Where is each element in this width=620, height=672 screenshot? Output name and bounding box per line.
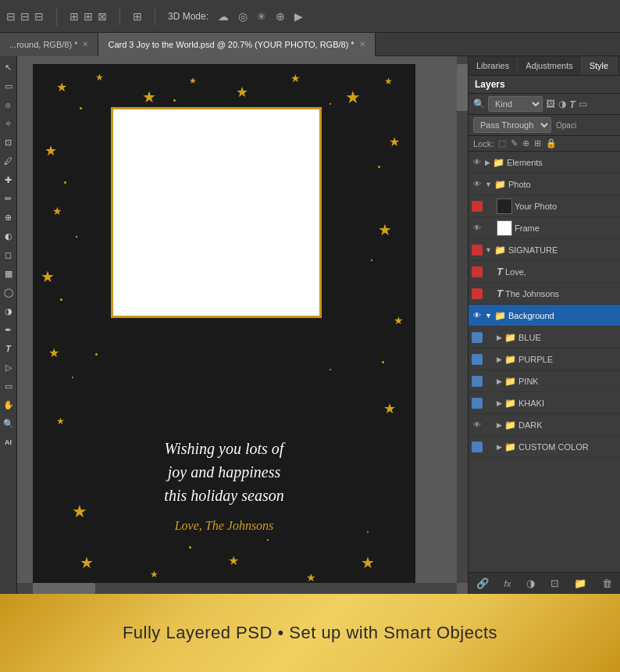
collapse-khaki[interactable]: ▶ xyxy=(497,399,502,407)
tool-brush[interactable]: ✏ xyxy=(1,191,16,206)
tool-shape[interactable]: ▭ xyxy=(1,378,16,394)
tool-zoom[interactable]: 🔍 xyxy=(1,416,16,431)
tool-pen[interactable]: ✒ xyxy=(1,322,16,338)
layer-item-purple[interactable]: ▶ 📁 PURPLE xyxy=(469,349,620,370)
layer-eye-signature[interactable] xyxy=(472,245,483,256)
3d-icon-2[interactable]: ◎ xyxy=(238,10,248,23)
tool-eraser[interactable]: ◻ xyxy=(1,247,16,263)
collapse-signature[interactable]: ▼ xyxy=(485,246,492,254)
layer-item-frame[interactable]: 👁 Frame xyxy=(469,217,620,239)
tool-history[interactable]: ◐ xyxy=(1,228,16,244)
align-icon-1[interactable]: ⊟ xyxy=(6,10,16,23)
layer-eye-love[interactable] xyxy=(472,266,483,277)
layer-item-love[interactable]: T Love, xyxy=(469,261,620,283)
layer-item-khaki[interactable]: ▶ 📁 KHAKI xyxy=(469,392,620,414)
collapse-purple[interactable]: ▶ xyxy=(497,356,502,363)
layer-eye-dark[interactable]: 👁 xyxy=(472,420,483,431)
layer-item-photo[interactable]: 👁 ▼ 📁 Photo xyxy=(469,173,620,195)
scroll-thumb-horizontal[interactable] xyxy=(33,583,95,594)
collapse-customcolor[interactable]: ▶ xyxy=(497,443,502,451)
tab-adjustments[interactable]: Adjustments xyxy=(518,56,582,75)
layer-eye-elements[interactable]: 👁 xyxy=(472,157,483,168)
collapse-blue[interactable]: ▶ xyxy=(497,334,502,341)
tool-hand[interactable]: ✋ xyxy=(1,397,16,413)
tool-clone[interactable]: ⊕ xyxy=(1,209,16,225)
tool-crop[interactable]: ⊡ xyxy=(1,134,16,150)
align-icon-2[interactable]: ⊟ xyxy=(20,10,30,23)
lock-position-icon[interactable]: ✎ xyxy=(511,138,518,148)
tool-blur[interactable]: ◯ xyxy=(1,284,16,300)
layer-eye-johnsons[interactable] xyxy=(472,288,483,299)
layer-eye-khaki[interactable] xyxy=(472,398,483,409)
layer-item-blue[interactable]: ▶ 📁 BLUE xyxy=(469,327,620,349)
collapse-background[interactable]: ▼ xyxy=(485,312,492,320)
tool-healing[interactable]: ✚ xyxy=(1,172,16,188)
lock-artboard-icon[interactable]: ⊞ xyxy=(534,138,541,148)
align-icon-3[interactable]: ⊟ xyxy=(34,10,44,23)
collapse-pink[interactable]: ▶ xyxy=(497,377,502,385)
layer-eye-yourphoto[interactable] xyxy=(472,201,483,212)
kind-dropdown[interactable]: Kind xyxy=(488,96,543,112)
layer-item-dark[interactable]: 👁 ▶ 📁 DARK xyxy=(469,414,620,436)
warp-icon[interactable]: ⊠ xyxy=(98,10,107,23)
layer-eye-background[interactable]: 👁 xyxy=(472,310,483,321)
link-icon[interactable]: 🔗 xyxy=(476,577,489,589)
collapse-dark[interactable]: ▶ xyxy=(497,421,502,429)
move-icon[interactable]: ⊞ xyxy=(69,10,79,23)
layer-eye-customcolor[interactable] xyxy=(472,441,483,452)
tab-background-close[interactable]: ✕ xyxy=(82,40,88,48)
blend-mode-dropdown[interactable]: Pass Through Normal Multiply xyxy=(473,117,551,133)
tool-ai[interactable]: AI xyxy=(1,434,16,450)
tool-eyedropper[interactable]: 🖊 xyxy=(1,153,16,169)
layer-eye-blue[interactable] xyxy=(472,332,483,343)
canvas-scrollbar-vertical[interactable] xyxy=(457,56,468,583)
tool-dodge[interactable]: ◑ xyxy=(1,303,16,319)
lock-padlock-icon[interactable]: 🔒 xyxy=(546,138,557,148)
collapse-elements[interactable]: ▶ xyxy=(485,159,490,166)
transform-icon[interactable]: ⊞ xyxy=(84,10,93,23)
canvas-area[interactable]: ★ ★ ★ ★ ★ ★ ★ ★ ★ ★ ★ ★ ★ ★ ★ ★ ★ ★ xyxy=(17,56,468,594)
layer-eye-pink[interactable] xyxy=(472,376,483,387)
tab-background[interactable]: ...round, RGB/8) * ✕ xyxy=(0,33,98,56)
tool-move[interactable]: ↖ xyxy=(1,59,16,75)
layer-item-background[interactable]: 👁 ▼ 📁 Background xyxy=(469,305,620,327)
tool-lasso[interactable]: ⌾ xyxy=(1,97,16,113)
delete-layer-icon[interactable]: 🗑 xyxy=(602,577,612,589)
layer-eye-purple[interactable] xyxy=(472,354,483,365)
tool-type[interactable]: T xyxy=(1,341,16,356)
layer-eye-frame[interactable]: 👁 xyxy=(472,223,483,234)
collapse-photo[interactable]: ▼ xyxy=(485,181,492,188)
filter-adjust-icon[interactable]: ◑ xyxy=(558,98,566,109)
scroll-thumb-vertical[interactable] xyxy=(457,64,468,111)
layer-item-yourphoto[interactable]: Your Photo xyxy=(469,195,620,217)
tool-select[interactable]: ▭ xyxy=(1,78,16,94)
tab-card3[interactable]: Card 3 Joy to the World.psd @ 20.7% (YOU… xyxy=(98,33,375,56)
arrange-icon[interactable]: ⊞ xyxy=(133,10,142,23)
fx-icon[interactable]: fx xyxy=(504,579,511,588)
filter-shape-icon[interactable]: ▭ xyxy=(579,98,587,109)
tab-card3-close[interactable]: ✕ xyxy=(359,40,365,48)
tab-libraries[interactable]: Libraries xyxy=(469,56,518,75)
tool-path[interactable]: ▷ xyxy=(1,359,16,375)
3d-icon-1[interactable]: ☁ xyxy=(218,10,229,23)
lock-pixels-icon[interactable]: ⬚ xyxy=(498,138,506,148)
layer-item-pink[interactable]: ▶ 📁 PINK xyxy=(469,370,620,392)
3d-icon-4[interactable]: ⊕ xyxy=(276,10,285,23)
canvas-scrollbar-horizontal[interactable] xyxy=(17,583,457,594)
tool-magic[interactable]: ✧ xyxy=(1,116,16,131)
layer-item-customcolor[interactable]: ▶ 📁 CUSTOM COLOR xyxy=(469,436,620,458)
3d-icon-5[interactable]: ▶ xyxy=(294,10,303,23)
tool-gradient[interactable]: ▦ xyxy=(1,266,16,281)
layer-item-signature[interactable]: ▼ 📁 SIGNATURE xyxy=(469,239,620,261)
layer-item-elements[interactable]: 👁 ▶ 📁 Elements xyxy=(469,152,620,173)
folder-new-icon[interactable]: 📁 xyxy=(574,577,586,589)
layer-eye-photo[interactable]: 👁 xyxy=(472,179,483,190)
filter-image-icon[interactable]: 🖼 xyxy=(546,98,555,109)
layer-item-johnsons[interactable]: T The Johnsons xyxy=(469,283,620,305)
mask-icon[interactable]: ⊡ xyxy=(551,577,559,589)
lock-all-icon[interactable]: ⊕ xyxy=(522,138,529,148)
adjustment-icon[interactable]: ◑ xyxy=(526,577,535,589)
tab-style[interactable]: Style xyxy=(582,56,617,75)
filter-type-icon[interactable]: T xyxy=(569,98,575,110)
3d-icon-3[interactable]: ✳ xyxy=(257,10,266,23)
